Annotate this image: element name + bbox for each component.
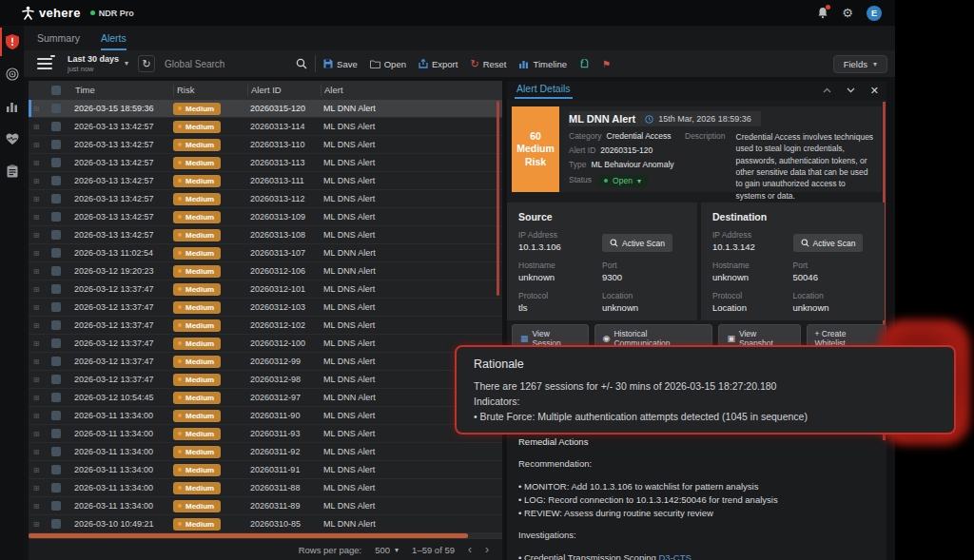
table-row[interactable]: ⊞2026-03-13 13:42:57Medium20260313-108ML… <box>29 226 502 244</box>
row-expand-icon[interactable]: ⊞ <box>29 267 44 276</box>
table-row[interactable]: ⊞2026-03-12 19:20:23Medium20260312-106ML… <box>29 262 502 280</box>
source-active-scan-button[interactable]: Active Scan <box>602 234 672 252</box>
row-checkbox[interactable] <box>51 302 61 312</box>
time-range-dropdown[interactable]: Last 30 days just now ▾ <box>68 54 128 73</box>
row-expand-icon[interactable]: ⊞ <box>29 213 44 222</box>
row-expand-icon[interactable]: ⊞ <box>29 520 44 529</box>
row-expand-icon[interactable]: ⊞ <box>29 430 44 438</box>
notifications-bell-icon[interactable] <box>817 7 828 19</box>
prev-page-button[interactable]: ‹ <box>468 543 472 556</box>
collapse-up-icon[interactable] <box>823 87 831 93</box>
row-checkbox[interactable] <box>51 284 61 294</box>
column-header-alert-id[interactable]: Alert ID <box>247 85 321 96</box>
table-row[interactable]: ⊞2026-03-13 13:42:57Medium20260313-114ML… <box>29 118 502 136</box>
row-expand-icon[interactable]: ⊞ <box>29 412 44 420</box>
table-row[interactable]: ⊞2026-03-11 13:34:00Medium20260311-93ML … <box>29 425 502 443</box>
row-expand-icon[interactable]: ⊞ <box>29 303 44 312</box>
table-row[interactable]: ⊞2026-03-13 11:02:54Medium20260313-107ML… <box>29 244 502 262</box>
table-vertical-scrollbar[interactable] <box>497 101 499 296</box>
table-row[interactable]: ⊞2026-03-13 13:42:57Medium20260313-110ML… <box>29 136 502 154</box>
refresh-button[interactable]: ↻ <box>138 55 155 72</box>
row-expand-icon[interactable]: ⊞ <box>29 466 44 474</box>
row-checkbox[interactable] <box>51 320 61 330</box>
export-button[interactable]: Export <box>419 59 458 69</box>
row-checkbox[interactable] <box>51 248 61 258</box>
table-row[interactable]: ⊞2026-03-11 13:34:00Medium20260311-88ML … <box>29 479 502 497</box>
row-checkbox[interactable] <box>51 357 61 366</box>
row-checkbox[interactable] <box>51 465 61 474</box>
row-checkbox[interactable] <box>51 393 61 402</box>
row-checkbox[interactable] <box>51 122 61 131</box>
row-checkbox[interactable] <box>51 212 61 222</box>
row-expand-icon[interactable]: ⊞ <box>29 357 44 366</box>
row-checkbox[interactable] <box>51 519 61 529</box>
row-expand-icon[interactable]: ⊞ <box>29 231 44 240</box>
row-expand-icon[interactable]: ⊞ <box>29 448 44 456</box>
user-avatar[interactable]: E <box>867 6 882 21</box>
flag-button[interactable]: ⚑ <box>602 59 611 69</box>
sidebar-item-health[interactable] <box>0 123 24 155</box>
row-expand-icon[interactable]: ⊞ <box>29 249 44 258</box>
sidebar-item-alerts[interactable] <box>0 26 24 58</box>
row-expand-icon[interactable]: ⊞ <box>29 321 44 330</box>
table-row[interactable]: ⊞2026-03-12 13:37:47Medium20260312-103ML… <box>29 299 502 317</box>
row-checkbox[interactable] <box>51 429 61 438</box>
sidebar-item-reports[interactable] <box>0 155 24 187</box>
select-all-checkbox[interactable] <box>51 86 61 95</box>
row-expand-icon[interactable]: ⊞ <box>29 159 44 167</box>
row-checkbox[interactable] <box>51 140 61 149</box>
column-header-alert[interactable]: Alert <box>321 85 502 96</box>
row-expand-icon[interactable]: ⊞ <box>29 484 44 492</box>
row-expand-icon[interactable]: ⊞ <box>29 105 44 113</box>
fields-dropdown[interactable]: Fields▾ <box>833 55 887 73</box>
sidebar-item-analytics[interactable] <box>0 90 24 123</box>
table-row[interactable]: ⊞2026-03-10 10:49:21Medium20260310-85ML … <box>29 515 502 533</box>
table-row[interactable]: ⊞2026-03-12 13:37:47Medium20260312-102ML… <box>29 317 502 335</box>
table-row[interactable]: ⊞2026-03-13 13:42:57Medium20260313-109ML… <box>29 208 502 226</box>
rows-per-page-select[interactable]: 500▾ <box>375 545 399 555</box>
row-checkbox[interactable] <box>51 104 61 113</box>
row-checkbox[interactable] <box>51 447 61 456</box>
next-page-button[interactable]: › <box>485 543 489 556</box>
search-icon[interactable] <box>296 58 307 69</box>
reset-button[interactable]: ↻ Reset <box>470 58 506 70</box>
table-row[interactable]: ⊞2026-03-12 13:37:47Medium20260312-101ML… <box>29 280 502 299</box>
destination-active-scan-button[interactable]: Active Scan <box>793 234 864 252</box>
status-open-dropdown[interactable]: Open▾ <box>596 174 649 187</box>
close-icon[interactable]: ✕ <box>870 85 879 97</box>
investigation-link[interactable]: D3-CTS <box>658 552 691 560</box>
row-expand-icon[interactable]: ⊞ <box>29 123 44 131</box>
row-expand-icon[interactable]: ⊞ <box>29 141 44 149</box>
save-button[interactable]: Save <box>323 59 358 69</box>
global-search-input[interactable] <box>165 55 296 72</box>
column-header-risk[interactable]: Risk <box>173 85 247 96</box>
table-row[interactable]: ⊞2026-03-13 13:42:57Medium20260313-112ML… <box>29 190 502 208</box>
column-header-time[interactable]: Time <box>72 85 173 96</box>
timeline-button[interactable]: Timeline <box>518 59 567 69</box>
row-checkbox[interactable] <box>51 375 61 384</box>
settings-gear-icon[interactable]: ⚙ <box>842 7 853 19</box>
tab-alerts[interactable]: Alerts <box>101 32 127 50</box>
row-expand-icon[interactable]: ⊞ <box>29 177 44 185</box>
table-row[interactable]: ⊞2026-03-11 13:34:00Medium20260311-89ML … <box>29 497 502 515</box>
chevron-down-icon[interactable] <box>847 87 855 93</box>
table-row[interactable]: ⊞2026-03-12 13:37:47Medium20260312-100ML… <box>29 335 502 353</box>
row-expand-icon[interactable]: ⊞ <box>29 394 44 402</box>
open-button[interactable]: Open <box>370 59 406 69</box>
row-expand-icon[interactable]: ⊞ <box>29 285 44 294</box>
row-expand-icon[interactable]: ⊞ <box>29 376 44 384</box>
row-checkbox[interactable] <box>51 266 61 276</box>
row-checkbox[interactable] <box>51 501 61 511</box>
row-checkbox[interactable] <box>51 230 61 240</box>
row-checkbox[interactable] <box>51 158 61 167</box>
row-expand-icon[interactable]: ⊞ <box>29 502 44 511</box>
table-row[interactable]: ⊞2026-03-11 13:34:00Medium20260311-91ML … <box>29 461 502 479</box>
row-checkbox[interactable] <box>51 194 61 203</box>
tab-alert-details[interactable]: Alert Details <box>515 83 573 99</box>
tag-button[interactable] <box>579 59 590 69</box>
row-expand-icon[interactable]: ⊞ <box>29 339 44 348</box>
tab-summary[interactable]: Summary <box>37 32 80 50</box>
table-row[interactable]: ⊞2026-03-13 13:42:57Medium20260313-111ML… <box>29 172 502 190</box>
row-checkbox[interactable] <box>51 338 61 348</box>
table-row[interactable]: ⊞2026-03-12 13:37:47Medium20260312-98ML … <box>29 371 502 389</box>
